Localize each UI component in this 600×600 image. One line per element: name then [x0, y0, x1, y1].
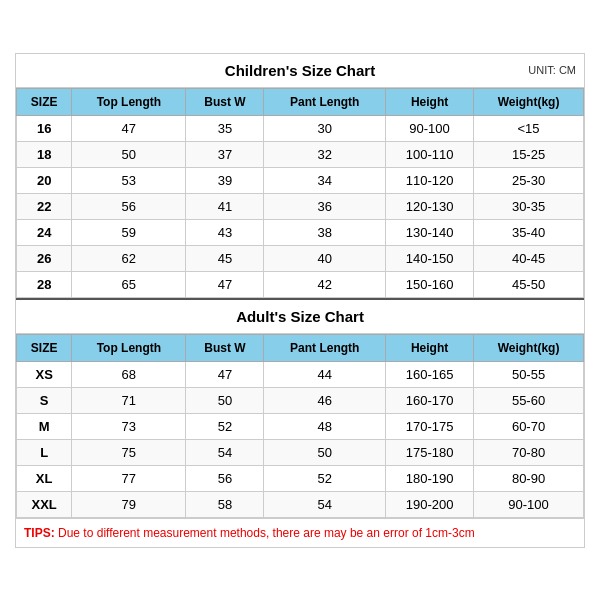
tips-text: Due to different measurement methods, th…: [58, 526, 475, 540]
table-cell: 130-140: [386, 219, 474, 245]
table-cell: 16: [17, 115, 72, 141]
table-cell: 70-80: [474, 439, 584, 465]
children-col-pant-length: Pant Length: [264, 88, 386, 115]
table-cell: 56: [72, 193, 186, 219]
table-cell: 35: [186, 115, 264, 141]
table-row: 1647353090-100<15: [17, 115, 584, 141]
tips-label: TIPS:: [24, 526, 55, 540]
table-cell: 62: [72, 245, 186, 271]
table-cell: 38: [264, 219, 386, 245]
adult-col-size: SIZE: [17, 334, 72, 361]
table-cell: 47: [72, 115, 186, 141]
adult-table-body: XS684744160-16550-55S715046160-17055-60M…: [17, 361, 584, 517]
table-cell: 90-100: [474, 491, 584, 517]
table-cell: 180-190: [386, 465, 474, 491]
adult-col-top-length: Top Length: [72, 334, 186, 361]
table-cell: 58: [186, 491, 264, 517]
table-cell: 30: [264, 115, 386, 141]
table-cell: 28: [17, 271, 72, 297]
table-cell: 77: [72, 465, 186, 491]
adult-col-bust-w: Bust W: [186, 334, 264, 361]
children-title-text: Children's Size Chart: [225, 62, 375, 79]
table-cell: 22: [17, 193, 72, 219]
table-cell: 47: [186, 271, 264, 297]
table-cell: S: [17, 387, 72, 413]
table-cell: 32: [264, 141, 386, 167]
table-cell: 80-90: [474, 465, 584, 491]
table-cell: 25-30: [474, 167, 584, 193]
table-cell: 175-180: [386, 439, 474, 465]
table-cell: 46: [264, 387, 386, 413]
table-cell: 56: [186, 465, 264, 491]
table-cell: 50: [72, 141, 186, 167]
table-row: L755450175-18070-80: [17, 439, 584, 465]
table-cell: 39: [186, 167, 264, 193]
children-table-header: SIZE Top Length Bust W Pant Length Heigh…: [17, 88, 584, 115]
table-cell: 26: [17, 245, 72, 271]
table-cell: 37: [186, 141, 264, 167]
table-cell: 40: [264, 245, 386, 271]
table-cell: 75: [72, 439, 186, 465]
table-cell: 44: [264, 361, 386, 387]
children-col-height: Height: [386, 88, 474, 115]
table-cell: 36: [264, 193, 386, 219]
table-cell: 68: [72, 361, 186, 387]
table-cell: 45-50: [474, 271, 584, 297]
table-row: 18503732100-11015-25: [17, 141, 584, 167]
children-col-bust-w: Bust W: [186, 88, 264, 115]
table-row: 20533934110-12025-30: [17, 167, 584, 193]
tips-row: TIPS: Due to different measurement metho…: [16, 518, 584, 547]
table-cell: 48: [264, 413, 386, 439]
table-cell: 160-170: [386, 387, 474, 413]
table-cell: XL: [17, 465, 72, 491]
table-cell: 90-100: [386, 115, 474, 141]
adult-table-header: SIZE Top Length Bust W Pant Length Heigh…: [17, 334, 584, 361]
size-chart-container: Children's Size Chart UNIT: CM SIZE Top …: [15, 53, 585, 548]
table-cell: 41: [186, 193, 264, 219]
table-cell: <15: [474, 115, 584, 141]
table-cell: 50-55: [474, 361, 584, 387]
children-table-body: 1647353090-100<1518503732100-11015-25205…: [17, 115, 584, 297]
table-row: M735248170-17560-70: [17, 413, 584, 439]
table-cell: XXL: [17, 491, 72, 517]
table-cell: 54: [186, 439, 264, 465]
table-cell: 34: [264, 167, 386, 193]
children-col-weight: Weight(kg): [474, 88, 584, 115]
table-cell: 35-40: [474, 219, 584, 245]
table-cell: 110-120: [386, 167, 474, 193]
table-cell: 30-35: [474, 193, 584, 219]
table-cell: 53: [72, 167, 186, 193]
adult-col-height: Height: [386, 334, 474, 361]
table-cell: 140-150: [386, 245, 474, 271]
table-cell: 73: [72, 413, 186, 439]
table-cell: 60-70: [474, 413, 584, 439]
table-row: 24594338130-14035-40: [17, 219, 584, 245]
table-cell: 18: [17, 141, 72, 167]
table-cell: 190-200: [386, 491, 474, 517]
table-cell: 20: [17, 167, 72, 193]
table-cell: 40-45: [474, 245, 584, 271]
table-cell: 65: [72, 271, 186, 297]
table-cell: 42: [264, 271, 386, 297]
children-col-top-length: Top Length: [72, 88, 186, 115]
table-cell: 71: [72, 387, 186, 413]
table-cell: 79: [72, 491, 186, 517]
table-cell: 160-165: [386, 361, 474, 387]
children-section-title: Children's Size Chart UNIT: CM: [16, 54, 584, 88]
table-cell: 59: [72, 219, 186, 245]
adult-section-title: Adult's Size Chart: [16, 298, 584, 334]
table-row: S715046160-17055-60: [17, 387, 584, 413]
table-cell: 120-130: [386, 193, 474, 219]
table-cell: 100-110: [386, 141, 474, 167]
children-col-size: SIZE: [17, 88, 72, 115]
table-row: XXL795854190-20090-100: [17, 491, 584, 517]
table-cell: 52: [186, 413, 264, 439]
adult-table: SIZE Top Length Bust W Pant Length Heigh…: [16, 334, 584, 518]
table-row: XL775652180-19080-90: [17, 465, 584, 491]
children-table: SIZE Top Length Bust W Pant Length Heigh…: [16, 88, 584, 298]
table-cell: L: [17, 439, 72, 465]
adult-col-weight: Weight(kg): [474, 334, 584, 361]
table-row: 28654742150-16045-50: [17, 271, 584, 297]
table-cell: 43: [186, 219, 264, 245]
table-cell: 47: [186, 361, 264, 387]
